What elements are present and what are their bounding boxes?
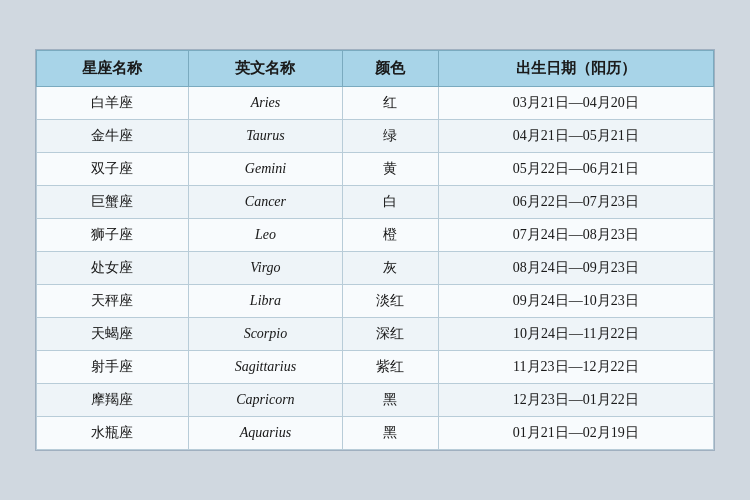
cell-2-3: 05月22日—06月21日 (438, 153, 713, 186)
cell-6-3: 09月24日—10月23日 (438, 285, 713, 318)
cell-4-3: 07月24日—08月23日 (438, 219, 713, 252)
cell-1-0: 金牛座 (37, 120, 189, 153)
cell-4-2: 橙 (343, 219, 439, 252)
cell-6-2: 淡红 (343, 285, 439, 318)
cell-5-1: Virgo (188, 252, 342, 285)
cell-5-2: 灰 (343, 252, 439, 285)
cell-3-3: 06月22日—07月23日 (438, 186, 713, 219)
header-col-0: 星座名称 (37, 51, 189, 87)
cell-8-2: 紫红 (343, 351, 439, 384)
cell-4-0: 狮子座 (37, 219, 189, 252)
table-row: 处女座Virgo灰08月24日—09月23日 (37, 252, 714, 285)
cell-10-1: Aquarius (188, 417, 342, 450)
zodiac-table-container: 星座名称英文名称颜色出生日期（阳历） 白羊座Aries红03月21日—04月20… (35, 49, 715, 451)
cell-6-0: 天秤座 (37, 285, 189, 318)
table-row: 狮子座Leo橙07月24日—08月23日 (37, 219, 714, 252)
cell-2-0: 双子座 (37, 153, 189, 186)
cell-7-3: 10月24日—11月22日 (438, 318, 713, 351)
cell-9-2: 黑 (343, 384, 439, 417)
cell-1-3: 04月21日—05月21日 (438, 120, 713, 153)
table-row: 射手座Sagittarius紫红11月23日—12月22日 (37, 351, 714, 384)
table-row: 天秤座Libra淡红09月24日—10月23日 (37, 285, 714, 318)
cell-7-1: Scorpio (188, 318, 342, 351)
cell-0-3: 03月21日—04月20日 (438, 87, 713, 120)
table-row: 白羊座Aries红03月21日—04月20日 (37, 87, 714, 120)
table-body: 白羊座Aries红03月21日—04月20日金牛座Taurus绿04月21日—0… (37, 87, 714, 450)
header-col-3: 出生日期（阳历） (438, 51, 713, 87)
table-row: 天蝎座Scorpio深红10月24日—11月22日 (37, 318, 714, 351)
cell-10-2: 黑 (343, 417, 439, 450)
cell-7-0: 天蝎座 (37, 318, 189, 351)
table-row: 水瓶座Aquarius黑01月21日—02月19日 (37, 417, 714, 450)
cell-2-2: 黄 (343, 153, 439, 186)
cell-10-3: 01月21日—02月19日 (438, 417, 713, 450)
cell-3-2: 白 (343, 186, 439, 219)
cell-0-2: 红 (343, 87, 439, 120)
cell-0-0: 白羊座 (37, 87, 189, 120)
table-row: 金牛座Taurus绿04月21日—05月21日 (37, 120, 714, 153)
cell-8-0: 射手座 (37, 351, 189, 384)
cell-4-1: Leo (188, 219, 342, 252)
cell-3-1: Cancer (188, 186, 342, 219)
cell-10-0: 水瓶座 (37, 417, 189, 450)
table-row: 摩羯座Capricorn黑12月23日—01月22日 (37, 384, 714, 417)
cell-3-0: 巨蟹座 (37, 186, 189, 219)
cell-9-1: Capricorn (188, 384, 342, 417)
cell-2-1: Gemini (188, 153, 342, 186)
cell-9-0: 摩羯座 (37, 384, 189, 417)
table-row: 双子座Gemini黄05月22日—06月21日 (37, 153, 714, 186)
cell-7-2: 深红 (343, 318, 439, 351)
cell-8-1: Sagittarius (188, 351, 342, 384)
cell-0-1: Aries (188, 87, 342, 120)
cell-1-1: Taurus (188, 120, 342, 153)
cell-5-0: 处女座 (37, 252, 189, 285)
header-col-2: 颜色 (343, 51, 439, 87)
cell-5-3: 08月24日—09月23日 (438, 252, 713, 285)
table-header-row: 星座名称英文名称颜色出生日期（阳历） (37, 51, 714, 87)
cell-8-3: 11月23日—12月22日 (438, 351, 713, 384)
table-row: 巨蟹座Cancer白06月22日—07月23日 (37, 186, 714, 219)
cell-9-3: 12月23日—01月22日 (438, 384, 713, 417)
zodiac-table: 星座名称英文名称颜色出生日期（阳历） 白羊座Aries红03月21日—04月20… (36, 50, 714, 450)
header-col-1: 英文名称 (188, 51, 342, 87)
cell-1-2: 绿 (343, 120, 439, 153)
cell-6-1: Libra (188, 285, 342, 318)
